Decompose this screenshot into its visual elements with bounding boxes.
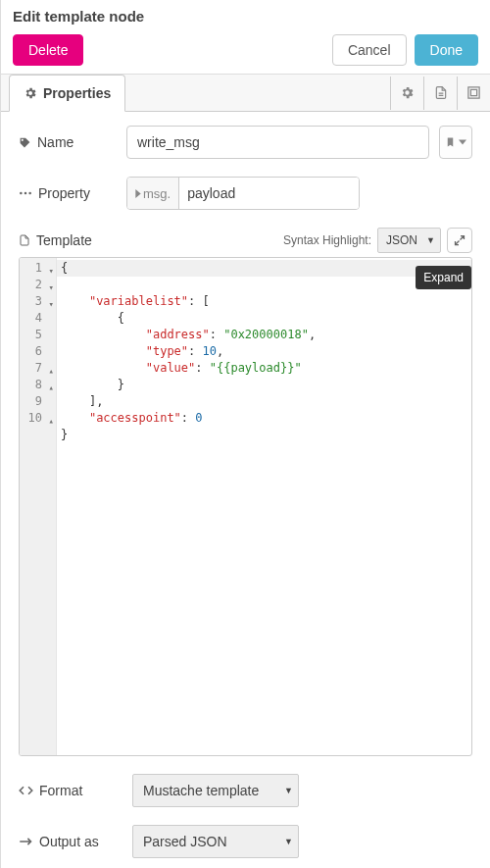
gear-icon bbox=[400, 85, 415, 100]
format-select-wrap: Mustache template bbox=[132, 774, 299, 807]
done-button[interactable]: Done bbox=[415, 34, 478, 66]
tray-header: Edit template node Delete Cancel Done bbox=[1, 0, 490, 75]
ellipsis-icon bbox=[19, 190, 32, 196]
template-header-right: Syntax Highlight: JSON Expand bbox=[283, 228, 472, 253]
code-token: "0x20000018" bbox=[223, 328, 309, 341]
code-token: "type" bbox=[146, 344, 188, 358]
gutter-line: 2▾ bbox=[20, 277, 56, 293]
arrow-right-icon bbox=[19, 837, 33, 846]
code-token: "{{payload}}" bbox=[210, 361, 302, 375]
code-token: } bbox=[118, 378, 124, 391]
editor-code[interactable]: { "variablelist": [ { "address": "0x2000… bbox=[57, 258, 471, 755]
code-token: "variablelist" bbox=[89, 294, 188, 308]
tag-icon bbox=[19, 136, 31, 149]
syntax-select-wrap: JSON bbox=[377, 228, 441, 253]
template-label-text: Template bbox=[36, 232, 92, 248]
syntax-highlight-select[interactable]: JSON bbox=[377, 228, 441, 253]
template-editor[interactable]: 1▾ 2▾ 3▾ 4 5 6 7▴ 8▴ 9 10▴ { "variableli… bbox=[19, 257, 472, 756]
svg-rect-1 bbox=[470, 89, 476, 95]
format-label: Format bbox=[19, 783, 117, 798]
tab-bar: Properties bbox=[1, 75, 490, 112]
code-token: { bbox=[118, 311, 124, 325]
fold-icon[interactable]: ▴ bbox=[49, 413, 54, 430]
code-icon bbox=[19, 785, 33, 796]
tray-title: Edit template node bbox=[13, 8, 478, 25]
cancel-button[interactable]: Cancel bbox=[332, 34, 407, 66]
name-label: Name bbox=[19, 134, 117, 150]
code-token: "value" bbox=[146, 361, 196, 375]
property-value-input[interactable] bbox=[179, 178, 360, 209]
gutter-line: 4 bbox=[20, 310, 56, 327]
node-appearance-button[interactable] bbox=[457, 77, 490, 110]
name-input[interactable] bbox=[126, 126, 429, 159]
property-type-text: msg. bbox=[143, 186, 171, 201]
gutter-line: 5 bbox=[20, 327, 56, 343]
template-header: Template Syntax Highlight: JSON Expand bbox=[19, 228, 472, 253]
code-token: { bbox=[61, 261, 68, 275]
svg-rect-0 bbox=[468, 87, 479, 98]
gutter-line: 7▴ bbox=[20, 360, 56, 377]
icon-picker-button[interactable] bbox=[439, 126, 472, 159]
code-token: [ bbox=[203, 294, 210, 308]
property-row: Property msg. bbox=[19, 177, 472, 210]
properties-form: Name Property msg. bbox=[1, 112, 490, 868]
editor-gutter: 1▾ 2▾ 3▾ 4 5 6 7▴ 8▴ 9 10▴ bbox=[20, 258, 57, 755]
code-token: "address" bbox=[146, 328, 210, 341]
gutter-line: 1▾ bbox=[20, 260, 56, 277]
gear-icon bbox=[24, 86, 37, 100]
expand-tooltip: Expand bbox=[416, 266, 471, 289]
code-token: } bbox=[61, 428, 68, 441]
property-typed-input[interactable]: msg. bbox=[126, 177, 360, 210]
expand-editor-button[interactable]: Expand bbox=[447, 228, 472, 253]
bookmark-icon bbox=[445, 135, 456, 149]
format-label-text: Format bbox=[39, 783, 82, 798]
gutter-line: 8▴ bbox=[20, 377, 56, 393]
file-icon bbox=[434, 85, 448, 100]
tab-properties[interactable]: Properties bbox=[9, 75, 125, 112]
svg-point-2 bbox=[20, 192, 23, 195]
group-icon bbox=[466, 85, 481, 100]
gutter-line: 10▴ bbox=[20, 410, 56, 427]
syntax-highlight-label: Syntax Highlight: bbox=[283, 233, 371, 247]
output-select[interactable]: Parsed JSON bbox=[132, 825, 299, 858]
property-type-selector[interactable]: msg. bbox=[127, 178, 179, 209]
gutter-line: 9 bbox=[20, 393, 56, 410]
caret-right-icon bbox=[135, 189, 141, 198]
output-label-text: Output as bbox=[39, 834, 99, 849]
property-label: Property bbox=[19, 185, 117, 201]
format-select[interactable]: Mustache template bbox=[132, 774, 299, 807]
gutter-line: 3▾ bbox=[20, 293, 56, 310]
code-token: "accesspoint" bbox=[89, 411, 181, 425]
name-row: Name bbox=[19, 126, 472, 159]
tab-properties-label: Properties bbox=[43, 85, 111, 101]
header-right: Cancel Done bbox=[332, 34, 478, 66]
expand-icon bbox=[454, 234, 466, 246]
edit-tray: Edit template node Delete Cancel Done Pr… bbox=[0, 0, 490, 868]
output-label: Output as bbox=[19, 834, 117, 849]
delete-button[interactable]: Delete bbox=[13, 34, 83, 66]
header-actions: Delete Cancel Done bbox=[13, 34, 478, 66]
svg-point-4 bbox=[28, 192, 31, 195]
tab-icons bbox=[390, 75, 490, 111]
code-token: 10 bbox=[203, 344, 217, 358]
node-description-button[interactable] bbox=[423, 77, 457, 110]
name-label-text: Name bbox=[37, 134, 74, 150]
template-label: Template bbox=[19, 232, 92, 248]
format-row: Format Mustache template bbox=[19, 774, 472, 807]
property-label-text: Property bbox=[38, 185, 90, 201]
code-token: 0 bbox=[195, 411, 202, 425]
svg-point-3 bbox=[24, 192, 27, 195]
file-icon bbox=[19, 233, 30, 247]
node-settings-button[interactable] bbox=[390, 77, 423, 110]
caret-down-icon bbox=[459, 139, 466, 145]
output-select-wrap: Parsed JSON bbox=[132, 825, 299, 858]
template-section: Template Syntax Highlight: JSON Expand bbox=[19, 228, 472, 756]
gutter-line: 6 bbox=[20, 343, 56, 360]
output-row: Output as Parsed JSON bbox=[19, 825, 472, 858]
